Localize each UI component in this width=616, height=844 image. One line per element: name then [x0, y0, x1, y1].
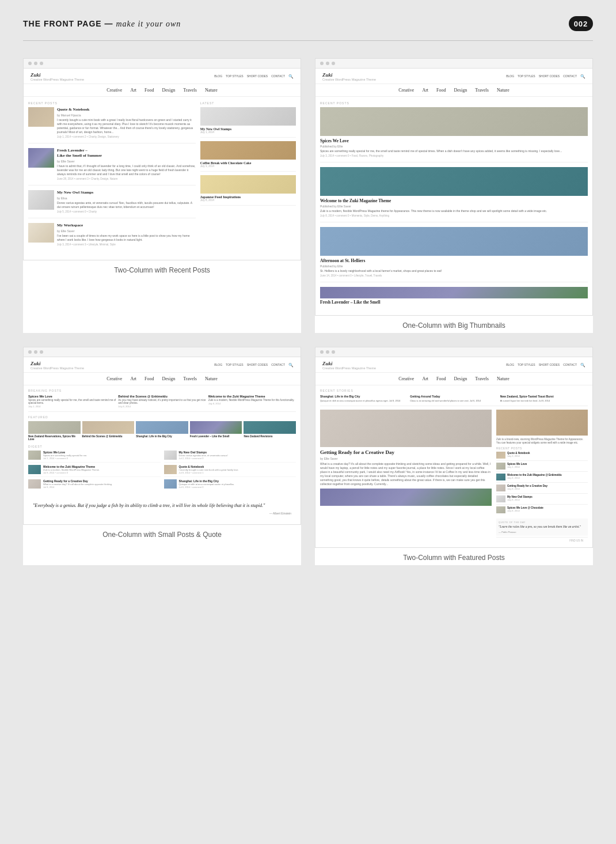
browser-mockup-4: Zuki Creative WordPress Magazine Theme B… [315, 347, 593, 548]
mini-site-3: Zuki Creative WordPress Magazine Theme B… [24, 357, 301, 524]
mini-tagline-3: Creative WordPress Magazine Theme [31, 366, 84, 370]
page-title: THE FRONT PAGE — make it your own [23, 18, 181, 29]
layout-caption-3: One-Column with Small Posts & Quote [23, 525, 301, 542]
quote-text: "Learn the rules like a pro, so you can … [499, 525, 585, 529]
quote-of-day: QUOTE OF THE DAY "Learn the rules like a… [496, 518, 588, 536]
layout-one-col-small: Zuki Creative WordPress Magazine Theme B… [23, 347, 301, 565]
search-icon: 🔍 [580, 363, 585, 368]
browser-dot [34, 62, 37, 65]
mini-main-two: Getting Ready for a Creative Day by Elli… [320, 410, 588, 544]
feat-item: Shanghai: Life in the Big City [136, 421, 188, 441]
mini-breaking: Spices We Love Spices are something real… [28, 395, 296, 412]
mini-main-left: Getting Ready for a Creative Day by Elli… [320, 410, 492, 544]
mini-feat-section: FEATURED New Zealand Reservations, Spice… [28, 415, 296, 441]
mini-site-1: Zuki Creative WordPress Magazine Theme B… [24, 69, 301, 260]
mini-menu-3: Creative Art Food Design Travels Nature [24, 373, 301, 385]
big-post-image [320, 227, 588, 256]
quote-attribution: — Pablo Picasso [499, 531, 585, 533]
mini-quote-block: "Everybody is a genius. But if you judge… [28, 497, 296, 521]
search-icon: 🔍 [288, 363, 294, 368]
latest-image [200, 141, 296, 160]
browser-dot [40, 350, 43, 354]
mini-post: Quote & Notebook by Manuel Fijascia I re… [28, 107, 196, 143]
browser-bar-1 [24, 59, 301, 69]
quote-attribution: — Albert Einstein [33, 512, 291, 515]
big-post: Spices We Love Published by Ellie Spices… [320, 107, 588, 162]
mini-nav-3: BLOG TOP STYLES SHORT CODES CONTACT 🔍 [214, 363, 294, 368]
mini-list-section: DIGEST Spices We Love Spices are somethi… [28, 445, 296, 494]
mini-latest-item: Coffee Break with Chocolate Cake July 3,… [200, 141, 296, 172]
layout-caption-1: Two-Column with Recent Posts [23, 260, 301, 278]
browser-mockup-3: Zuki Creative WordPress Magazine Theme B… [23, 347, 301, 525]
feat-item: New Zealand Reservations, Spices We Love [28, 421, 81, 441]
browser-bar-3 [24, 347, 301, 357]
right-post-item: Quote & Notebook July 3, 2014 [496, 452, 588, 461]
right-post-item: Getting Ready for a Creative Day July 8,… [496, 485, 588, 494]
browser-bar-4 [315, 347, 592, 357]
mini-col-right: LATEST My New Owl Stamps July 1, 2014 Co… [200, 101, 296, 255]
browser-dot [320, 350, 324, 354]
mini-list-post: Welcome to the Zuki Magazine Theme Zuki … [28, 465, 161, 477]
browser-mockup-1: Zuki Creative WordPress Magazine Theme B… [23, 58, 301, 260]
mini-list-post: Shanghai: Life in the Big City Quisque e… [164, 479, 296, 491]
big-post: Welcome to the Zuki Magazine Theme Publi… [320, 167, 588, 222]
feat-item: New Zealand Revisions [244, 421, 296, 441]
mini-menu-1: Creative Art Food Design Travels Nature [24, 84, 301, 97]
mini-content-small: BREAKING POSTS Spices We Love Spices are… [24, 385, 301, 524]
mini-site-header-3: Zuki Creative WordPress Magazine Theme B… [24, 357, 301, 373]
mini-post: My Workspace by Ellie Saver I've been sa… [28, 223, 196, 251]
post-image [28, 148, 54, 168]
hero-image [320, 410, 492, 447]
browser-dot [326, 62, 329, 65]
right-post-item: Welcome to the Zuki Magazine @ Enkimeldu… [496, 474, 588, 483]
mini-main-right: Zuki is a brand-new, stunning WordPress … [496, 410, 588, 544]
browser-dot [332, 62, 335, 65]
browser-bar-2 [315, 59, 592, 69]
layout-two-col-featured: Zuki Creative WordPress Magazine Theme B… [315, 347, 593, 565]
post-image [28, 223, 54, 243]
browser-dot [332, 350, 335, 354]
layouts-grid: Zuki Creative WordPress Magazine Theme B… [0, 58, 616, 582]
mini-latest-item: My New Owl Stamps July 1, 2014 [200, 107, 296, 138]
find-us: FIND US IN [496, 537, 588, 544]
mini-content-two-col: RECENT POSTS Quote & Notebook by Manuel … [24, 97, 301, 260]
feat-item: Behind the Scenes @ Enkimeldu [82, 421, 135, 441]
mini-list-post: Quote & Notebook I recently brought a cu… [164, 465, 296, 477]
page-number-badge: 002 [569, 16, 593, 31]
big-post-image [320, 107, 588, 136]
right-post-item: Spices We Love @ Chocolate July 8, 2014 [496, 506, 588, 515]
post-image [28, 107, 54, 127]
mini-site-4: Zuki Creative WordPress Magazine Theme B… [315, 357, 592, 547]
big-post-image [320, 167, 588, 196]
browser-dot [326, 350, 329, 354]
page-header: THE FRONT PAGE — make it your own 002 [0, 0, 616, 40]
browser-dot [40, 62, 43, 65]
mini-nav-1: BLOG TOP STYLES SHORT CODES CONTACT 🔍 [214, 74, 294, 79]
mini-nav-4: BLOG TOP STYLES SHORT CODES CONTACT 🔍 [506, 363, 585, 368]
browser-dot [34, 350, 37, 354]
mini-menu-2: Creative Art Food Design Travels Nature [315, 84, 592, 97]
mini-post: My New Owl Stamps by Elisa Donec varius … [28, 190, 196, 218]
mini-site-header-1: Zuki Creative WordPress Magazine Theme B… [24, 69, 301, 84]
mini-content-one-big: RECENT POSTS Spices We Love Published by… [315, 97, 592, 315]
big-post: Afternoon at St. Helliers Published by E… [320, 227, 588, 282]
mini-tagline-1: Creative WordPress Magazine Theme [31, 78, 84, 81]
mini-tagline-4: Creative WordPress Magazine Theme [322, 366, 376, 370]
mini-recent-stories: Shanghai: Life in the Big City Quisque e… [320, 395, 588, 406]
mini-post: Fresh Lavender –Like the Smell of Summer… [28, 148, 196, 186]
mini-logo-3: Zuki [31, 361, 84, 366]
header-divider [23, 40, 593, 41]
mini-logo-2: Zuki [322, 72, 376, 78]
mini-site-header-2: Zuki Creative WordPress Magazine Theme B… [315, 69, 592, 84]
right-post-item: Spices We Love July 1, 2014 [496, 463, 588, 472]
mini-menu-4: Creative Art Food Design Travels Nature [315, 373, 592, 385]
layout-caption-2: One-Column with Big Thumbnails [315, 316, 593, 333]
recent-posts-label: RECENT POSTS [496, 446, 588, 450]
big-post-image [320, 287, 588, 298]
mini-nav-2: BLOG TOP STYLES SHORT CODES CONTACT 🔍 [506, 74, 585, 79]
layout-two-col-recent: Zuki Creative WordPress Magazine Theme B… [23, 58, 301, 333]
browser-dot [320, 62, 324, 65]
mini-content-featured: RECENT STORIES Shanghai: Life in the Big… [315, 385, 592, 547]
feat-item: Fresh Lavender – Like the Smell [190, 421, 242, 441]
mini-feat-grid: New Zealand Reservations, Spices We Love… [28, 421, 296, 441]
